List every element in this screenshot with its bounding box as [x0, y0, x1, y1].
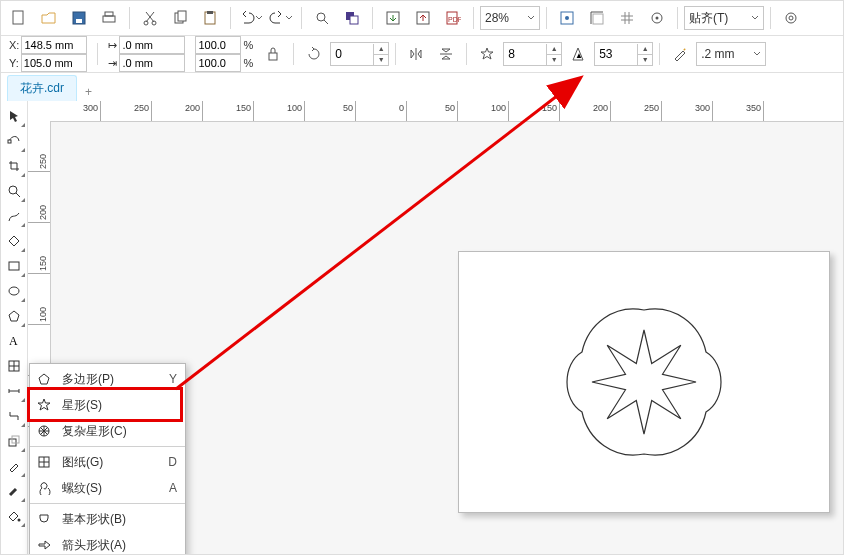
svg-point-24: [789, 16, 793, 20]
svg-point-30: [9, 287, 19, 295]
svg-text:▲: ▲: [575, 51, 583, 60]
menu-polygon[interactable]: 多边形(P) Y: [30, 366, 185, 392]
fill-tool[interactable]: [3, 505, 25, 527]
separator: [293, 43, 294, 65]
print-button[interactable]: [95, 5, 123, 31]
separator: [473, 7, 474, 29]
star-sharpness-input[interactable]: ▲▼: [594, 42, 653, 66]
new-button[interactable]: [5, 5, 33, 31]
search-button[interactable]: [308, 5, 336, 31]
snap-dropdown[interactable]: 贴齐(T): [684, 6, 764, 30]
shape-tool[interactable]: [3, 130, 25, 152]
x-position-input[interactable]: [21, 36, 87, 54]
launch-button[interactable]: [338, 5, 366, 31]
lock-ratio-button[interactable]: [259, 41, 287, 67]
zoom-combo[interactable]: 28%: [480, 6, 540, 30]
effects-tool[interactable]: [3, 430, 25, 452]
publish-button[interactable]: PDF: [439, 5, 467, 31]
star-points-input[interactable]: ▲▼: [503, 42, 562, 66]
show-guides-button[interactable]: [643, 5, 671, 31]
outline-pen-icon: [666, 41, 694, 67]
menu-basic-shapes-label: 基本形状(B): [62, 511, 177, 528]
svg-rect-4: [105, 12, 113, 16]
paste-button[interactable]: [196, 5, 224, 31]
document-tab[interactable]: 花卉.cdr: [7, 75, 77, 101]
save-button[interactable]: [65, 5, 93, 31]
menu-graph-paper[interactable]: 图纸(G) D: [30, 449, 185, 475]
dimension-tool[interactable]: [3, 380, 25, 402]
eyedropper-tool[interactable]: [3, 455, 25, 477]
height-input[interactable]: [119, 54, 185, 72]
separator: [659, 43, 660, 65]
separator: [770, 7, 771, 29]
horizontal-ruler[interactable]: 30025020015010050050100150200250300350: [50, 101, 843, 122]
svg-point-19: [565, 16, 569, 20]
redo-button[interactable]: [267, 5, 295, 31]
separator: [677, 7, 678, 29]
svg-rect-20: [593, 14, 603, 24]
export-button[interactable]: [409, 5, 437, 31]
ruler-corner[interactable]: [28, 101, 51, 122]
open-button[interactable]: [35, 5, 63, 31]
menu-polygon-shortcut: Y: [169, 372, 177, 386]
menu-basic-shapes[interactable]: 基本形状(B): [30, 506, 185, 532]
document-tab-bar: 花卉.cdr +: [1, 73, 843, 102]
svg-text:PDF: PDF: [448, 16, 461, 23]
sharpness-spinner[interactable]: ▲▼: [637, 44, 652, 65]
add-tab-button[interactable]: +: [77, 83, 100, 101]
rotation-input[interactable]: ▲▼: [330, 42, 389, 66]
zoom-tool[interactable]: [3, 180, 25, 202]
width-input[interactable]: [119, 36, 185, 54]
connector-tool[interactable]: [3, 405, 25, 427]
height-icon: ⇥: [108, 56, 117, 70]
menu-complex-star[interactable]: 复杂星形(C): [30, 418, 185, 444]
snap-label: 贴齐(T): [689, 10, 728, 27]
svg-point-11: [317, 13, 325, 21]
percent-label: %: [243, 38, 253, 52]
outline-tool[interactable]: [3, 480, 25, 502]
points-spinner[interactable]: ▲▼: [546, 44, 561, 65]
polygon-tool[interactable]: [3, 305, 25, 327]
mirror-v-button[interactable]: [432, 41, 460, 67]
rotation-spinner[interactable]: ▲▼: [373, 44, 388, 65]
chevron-down-icon: [753, 50, 761, 58]
menu-star[interactable]: 星形(S): [30, 392, 185, 418]
scale-y-input[interactable]: [195, 54, 241, 72]
mirror-h-button[interactable]: [402, 41, 430, 67]
options-button[interactable]: [777, 5, 805, 31]
svg-text:A: A: [9, 334, 18, 348]
outline-width-combo[interactable]: .2 mm: [696, 42, 766, 66]
separator: [230, 7, 231, 29]
menu-spiral[interactable]: 螺纹(S) A: [30, 475, 185, 501]
cut-button[interactable]: [136, 5, 164, 31]
show-rulers-button[interactable]: [583, 5, 611, 31]
chevron-down-icon: [255, 14, 263, 22]
table-tool[interactable]: [3, 355, 25, 377]
undo-button[interactable]: [237, 5, 265, 31]
scale-x-input[interactable]: [195, 36, 241, 54]
menu-arrow-shapes[interactable]: 箭头形状(A): [30, 532, 185, 555]
show-grid-button[interactable]: [613, 5, 641, 31]
menu-graph-shortcut: D: [168, 455, 177, 469]
crop-tool[interactable]: [3, 155, 25, 177]
import-button[interactable]: [379, 5, 407, 31]
pick-tool[interactable]: [3, 105, 25, 127]
rectangle-tool[interactable]: [3, 255, 25, 277]
menu-star-label: 星形(S): [62, 397, 169, 414]
document-tab-label: 花卉.cdr: [20, 81, 64, 95]
basic-shapes-icon: [34, 512, 54, 526]
separator: [395, 43, 396, 65]
artboard[interactable]: [458, 251, 830, 513]
svg-point-22: [656, 17, 659, 20]
smart-fill-tool[interactable]: [3, 230, 25, 252]
copy-button[interactable]: [166, 5, 194, 31]
text-tool[interactable]: A: [3, 330, 25, 352]
complex-star-icon: [34, 424, 54, 438]
separator: [129, 7, 130, 29]
fullscreen-button[interactable]: [553, 5, 581, 31]
freehand-tool[interactable]: [3, 205, 25, 227]
ellipse-tool[interactable]: [3, 280, 25, 302]
chevron-down-icon: [527, 14, 535, 22]
y-position-input[interactable]: [21, 54, 87, 72]
menu-arrow-shapes-label: 箭头形状(A): [62, 537, 177, 554]
